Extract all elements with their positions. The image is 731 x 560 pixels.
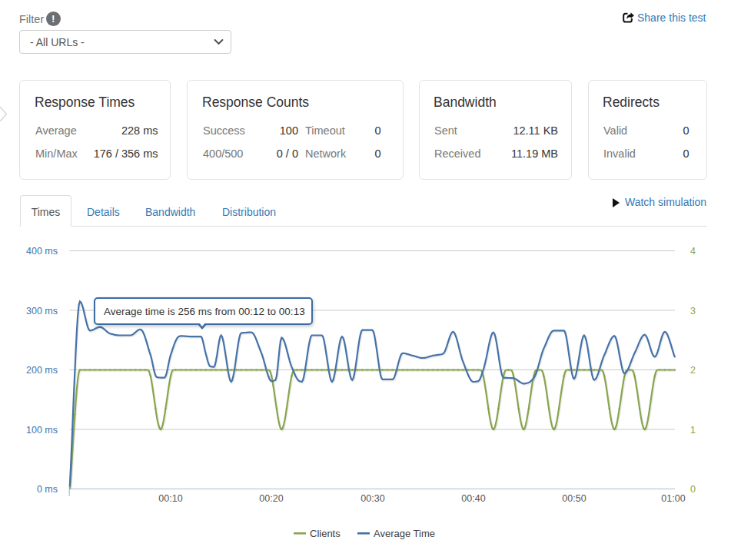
svg-text:0: 0 — [690, 484, 696, 495]
svg-text:Average Time: Average Time — [374, 528, 435, 539]
svg-text:3: 3 — [690, 306, 696, 316]
svg-text:4: 4 — [690, 246, 696, 257]
svg-text:00:10: 00:10 — [158, 493, 182, 504]
svg-text:00:40: 00:40 — [461, 493, 485, 504]
svg-text:200 ms: 200 ms — [26, 365, 58, 376]
svg-text:1: 1 — [690, 425, 696, 436]
svg-text:01:00: 01:00 — [661, 493, 685, 504]
svg-text:00:20: 00:20 — [259, 493, 283, 504]
svg-text:300 ms: 300 ms — [26, 306, 58, 316]
svg-text:100 ms: 100 ms — [26, 425, 58, 436]
svg-text:00:30: 00:30 — [361, 493, 384, 504]
svg-text:Clients: Clients — [310, 528, 341, 539]
svg-text:400 ms: 400 ms — [26, 246, 58, 257]
svg-text:2: 2 — [690, 365, 696, 376]
svg-text:00:50: 00:50 — [562, 493, 586, 504]
svg-text:0 ms: 0 ms — [37, 484, 58, 495]
